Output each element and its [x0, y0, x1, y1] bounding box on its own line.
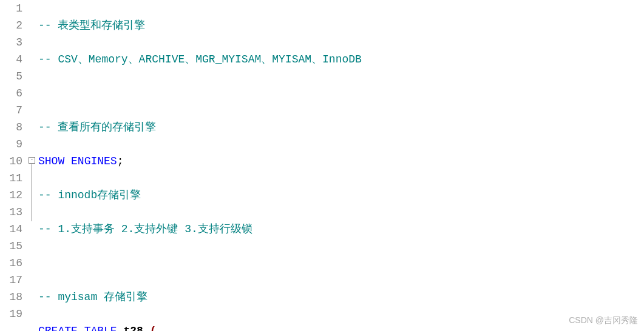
- line-number: 14: [0, 221, 22, 238]
- line-number: 12: [0, 187, 22, 204]
- keyword: SHOW: [38, 155, 64, 167]
- line-number: 1: [0, 0, 22, 17]
- line-number: 13: [0, 204, 22, 221]
- line-number: 19: [0, 306, 22, 323]
- line-number: 17: [0, 272, 22, 289]
- line-number: 2: [0, 17, 22, 34]
- line-number: 3: [0, 34, 22, 51]
- comment-text: -- 1.支持事务 2.支持外键 3.支持行级锁: [38, 223, 253, 235]
- watermark-text: CSDN @吉冈秀隆: [569, 315, 638, 326]
- line-number: 5: [0, 68, 22, 85]
- keyword: ENGINES: [71, 155, 117, 167]
- line-number: 10: [0, 153, 22, 170]
- comment-text: -- myisam 存储引擎: [38, 291, 147, 303]
- line-number: 9: [0, 136, 22, 153]
- fold-guide-line: [32, 164, 32, 221]
- paren-open: (: [150, 325, 157, 331]
- keyword: TABLE: [84, 325, 117, 331]
- semicolon: ;: [117, 155, 124, 167]
- keyword: CREATE: [38, 325, 78, 331]
- identifier: t28: [123, 325, 143, 331]
- comment-text: -- 查看所有的存储引擎: [38, 121, 156, 133]
- line-number: 4: [0, 51, 22, 68]
- line-number-gutter: 1 2 3 4 5 6 7 8 9 10 11 12 13 14 15 16 1…: [0, 0, 27, 331]
- fold-toggle-icon[interactable]: -: [29, 157, 35, 164]
- line-number: 6: [0, 85, 22, 102]
- line-number: 18: [0, 289, 22, 306]
- comment-text: -- 表类型和存储引擎: [38, 19, 145, 32]
- line-number: 16: [0, 255, 22, 272]
- comment-text: -- CSV、Memory、ARCHIVE、MGR_MYISAM、MYISAM、…: [38, 53, 362, 65]
- line-number: 8: [0, 119, 22, 136]
- line-number: 11: [0, 170, 22, 187]
- code-area[interactable]: -- 表类型和存储引擎 -- CSV、Memory、ARCHIVE、MGR_MY…: [38, 0, 644, 331]
- line-number: 7: [0, 102, 22, 119]
- code-editor[interactable]: 1 2 3 4 5 6 7 8 9 10 11 12 13 14 15 16 1…: [0, 0, 644, 331]
- line-number: 15: [0, 238, 22, 255]
- comment-text: -- innodb存储引擎: [38, 189, 141, 201]
- fold-column: -: [27, 0, 38, 331]
